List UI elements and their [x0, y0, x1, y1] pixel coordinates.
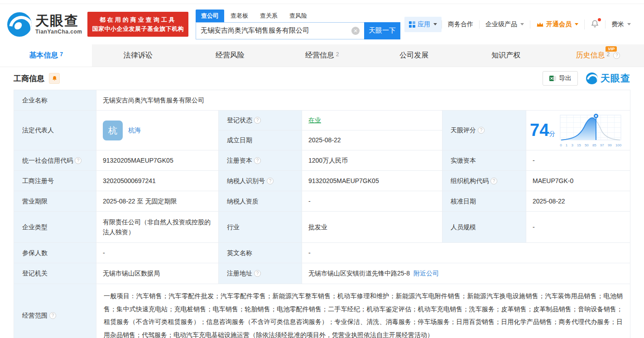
- detail-tabs: 基本信息7 法律诉讼 经营风险 经营信息2 公司发展 知识产权 VIP 历史信息…: [0, 44, 644, 67]
- score-label: 天眼评分: [451, 125, 476, 135]
- search-tab-boss[interactable]: 查老板: [225, 10, 254, 22]
- tab-operation-info[interactable]: 经营信息2: [276, 44, 368, 67]
- chevron-down-icon: [520, 23, 524, 25]
- notification-dot: [598, 18, 601, 21]
- search-tab-company[interactable]: 查公司: [196, 10, 224, 22]
- monitor-bell-button[interactable]: [49, 73, 60, 84]
- help-icon[interactable]: ?: [254, 117, 261, 124]
- search-input[interactable]: [196, 22, 364, 39]
- tab-history-info[interactable]: VIP 历史信息2 ?: [552, 44, 644, 67]
- table-row: 法定代表人 杭 杭海 登记状态 ? 在业 天眼评分 ? 74分: [14, 111, 630, 150]
- notifications-button[interactable]: [584, 19, 605, 29]
- reg-capital-value: 1200万人民币: [302, 150, 442, 170]
- tianyancha-logo-icon: [586, 72, 598, 84]
- vip-badge: VIP: [606, 46, 617, 52]
- clear-search-icon[interactable]: ✕: [351, 27, 360, 35]
- help-icon[interactable]: ?: [49, 312, 56, 319]
- table-row: 工商注册号 320205000697241 纳税人识别号? 91320205MA…: [14, 171, 630, 191]
- tianyancha-logo-icon: [7, 12, 32, 37]
- search-button[interactable]: 天眼一下: [364, 22, 400, 39]
- approval-date-label: 核准日期: [442, 191, 526, 211]
- slogan-banner: 都在用的商业查询工具 国家中小企业发展子基金旗下机构: [87, 12, 188, 37]
- credit-code-label: 统一社会信用代码: [22, 155, 73, 165]
- section-header: 工商信息 导出 天眼查: [0, 67, 644, 90]
- export-button[interactable]: 导出: [543, 71, 578, 86]
- avatar[interactable]: 杭: [103, 121, 123, 140]
- table-row: 企业名称 无锡安吉尚奥汽车销售服务有限公司: [14, 90, 630, 110]
- slogan-line2: 国家中小企业发展子基金旗下机构: [92, 24, 184, 34]
- paid-capital-value: -: [526, 150, 630, 170]
- insured-count-value: -: [96, 243, 218, 263]
- apps-grid-icon: [409, 21, 415, 28]
- search-box: 查公司 查老板 查关系 查风险 ✕ 天眼一下: [196, 10, 400, 39]
- english-name-value: -: [302, 243, 630, 263]
- table-row: 统一社会信用代码? 91320205MAEUP7GK05 注册资本? 1200万…: [14, 150, 630, 170]
- table-row: 企业类型 有限责任公司（非自然人投资或控股的法人独资） 行业 批发业 人员规模 …: [14, 212, 630, 242]
- reg-number-value: 320205000697241: [96, 171, 218, 191]
- nearby-companies-link[interactable]: 附近公司: [413, 268, 439, 278]
- table-row: 参保人数 - 英文名称 -: [14, 243, 630, 263]
- username: 费米: [611, 20, 624, 29]
- org-code-label: 组织机构代码: [451, 176, 489, 186]
- tab-company-development[interactable]: 公司发展: [368, 44, 460, 67]
- open-vip-menu[interactable]: 开通会员: [530, 20, 584, 29]
- slogan-line1: 都在用的商业查询工具: [92, 15, 184, 24]
- enterprise-products-menu[interactable]: 企业级产品: [479, 20, 530, 29]
- business-scope-label: 经营范围: [22, 310, 48, 320]
- taxpayer-id-value: 91320205MAEUP7GK05: [302, 171, 442, 191]
- score-axis: 0131550859799100: [560, 143, 621, 149]
- tab-legal-litigation[interactable]: 法律诉讼: [92, 44, 184, 67]
- tab-operation-risk[interactable]: 经营风险: [184, 44, 276, 67]
- apps-label: 应用: [418, 20, 430, 29]
- staff-size-value: -: [526, 212, 630, 242]
- table-row: 营业期限 2025-08-22 至 无固定期限 纳税人资质 - 核准日期 202…: [14, 191, 630, 211]
- table-row: 经营范围? 一般项目：汽车销售；汽车零配件批发；汽车零配件零售；新能源汽车整车销…: [14, 284, 630, 338]
- help-icon[interactable]: ?: [490, 178, 497, 184]
- tab-basic-info[interactable]: 基本信息7: [0, 44, 92, 67]
- legal-rep-label: 法定代表人: [14, 111, 96, 150]
- chevron-down-icon: [627, 23, 631, 25]
- help-icon[interactable]: ?: [478, 127, 485, 134]
- top-header: 天眼查 TianYanCha.com 都在用的商业查询工具 国家中小企业发展子基…: [0, 4, 644, 44]
- insured-count-label: 参保人数: [14, 243, 96, 263]
- help-icon[interactable]: ?: [254, 270, 261, 277]
- business-cooperation-link[interactable]: 商务合作: [442, 20, 479, 29]
- approval-date-value: 2025-08-22: [526, 191, 630, 211]
- tab-intellectual-property[interactable]: 知识产权: [460, 44, 552, 67]
- reg-number-label: 工商注册号: [14, 171, 96, 191]
- user-menu[interactable]: 费米: [605, 20, 637, 29]
- tianyancha-logo[interactable]: 天眼查 TianYanCha.com: [7, 12, 82, 37]
- industry-label: 行业: [219, 212, 302, 242]
- industry-value: 批发业: [302, 212, 442, 242]
- chevron-down-icon: [433, 23, 437, 25]
- logo-domain-text: TianYanCha.com: [35, 29, 82, 35]
- company-type-value: 有限责任公司（非自然人投资或控股的法人独资）: [96, 212, 218, 242]
- help-icon[interactable]: ?: [75, 157, 82, 164]
- excel-icon: [549, 75, 556, 82]
- help-icon[interactable]: ?: [267, 178, 274, 184]
- company-name-value: 无锡安吉尚奥汽车销售服务有限公司: [96, 90, 630, 110]
- section-title: 工商信息: [14, 73, 44, 84]
- help-icon[interactable]: ?: [254, 157, 261, 164]
- table-row: 登记机关 无锡市锡山区数据局 注册地址? 无锡市锡山区安镇街道先锋中路25-8 …: [14, 263, 630, 284]
- score-distribution-chart: 0131550859799100: [560, 112, 621, 149]
- score-unit: 分: [549, 130, 555, 137]
- logo-brand-text: 天眼查: [35, 14, 82, 28]
- search-tabs: 查公司 查老板 查关系 查风险: [196, 10, 400, 22]
- search-tab-risk[interactable]: 查风险: [284, 10, 312, 22]
- reg-authority-value: 无锡市锡山区数据局: [96, 263, 218, 284]
- search-tab-relation[interactable]: 查关系: [255, 10, 283, 22]
- company-type-label: 企业类型: [14, 212, 96, 242]
- reg-status-label: 登记状态: [227, 115, 252, 125]
- chevron-down-icon: [575, 23, 578, 25]
- crown-icon: [536, 21, 544, 28]
- apps-menu[interactable]: 应用: [404, 17, 442, 32]
- legal-rep-link[interactable]: 杭海: [128, 125, 141, 135]
- taxpayer-quality-value: -: [302, 191, 442, 211]
- credit-code-value: 91320205MAEUP7GK05: [96, 150, 218, 170]
- watermark-logo: 天眼查: [586, 72, 630, 85]
- paid-capital-label: 实缴资本: [442, 150, 526, 170]
- taxpayer-quality-label: 纳税人资质: [219, 191, 302, 211]
- reg-status-value[interactable]: 在业: [308, 115, 321, 125]
- help-icon[interactable]: ?: [613, 52, 620, 59]
